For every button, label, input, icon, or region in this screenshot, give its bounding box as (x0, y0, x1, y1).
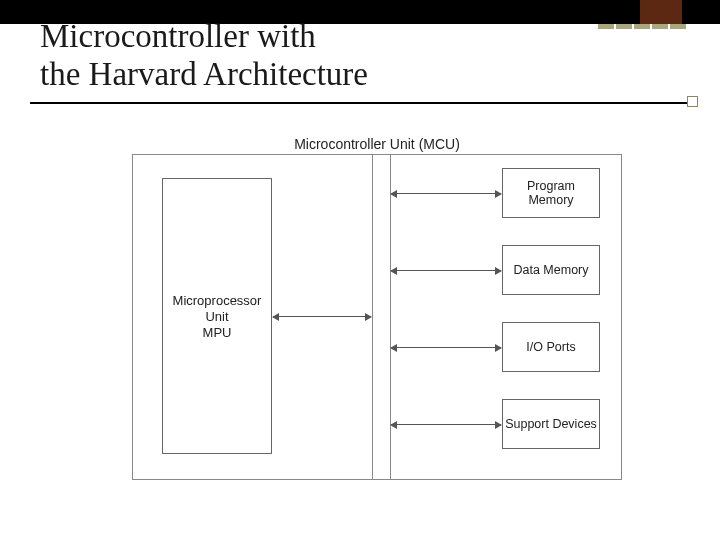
slide-title: Microcontroller with the Harvard Archite… (40, 18, 680, 94)
bus-line-right (390, 154, 391, 480)
mpu-box: Microprocessor Unit MPU (162, 178, 272, 454)
arrow-bus-progmem (391, 193, 501, 194)
mpu-label-1: Microprocessor (173, 293, 262, 308)
io-ports-box: I/O Ports (502, 322, 600, 372)
data-memory-box: Data Memory (502, 245, 600, 295)
arrow-bus-io (391, 347, 501, 348)
box-label: Program Memory (503, 179, 599, 208)
title-underline (30, 102, 688, 104)
program-memory-box: Program Memory (502, 168, 600, 218)
arrow-bus-support (391, 424, 501, 425)
mpu-label-2: Unit (205, 309, 228, 324)
arrow-mpu-bus (273, 316, 371, 317)
title-line-2: the Harvard Architecture (40, 56, 368, 92)
arrow-bus-datamem (391, 270, 501, 271)
architecture-diagram: Microcontroller Unit (MCU) Microprocesso… (132, 140, 622, 480)
title-line-1: Microcontroller with (40, 18, 316, 54)
support-devices-box: Support Devices (502, 399, 600, 449)
mpu-label-3: MPU (203, 325, 232, 340)
box-label: Support Devices (505, 417, 597, 431)
bullet-marker-icon (687, 96, 698, 107)
title-area: Microcontroller with the Harvard Archite… (40, 18, 680, 94)
box-label: I/O Ports (526, 340, 575, 354)
bus-line-left (372, 154, 373, 480)
box-label: Data Memory (513, 263, 588, 277)
mcu-label: Microcontroller Unit (MCU) (132, 136, 622, 152)
